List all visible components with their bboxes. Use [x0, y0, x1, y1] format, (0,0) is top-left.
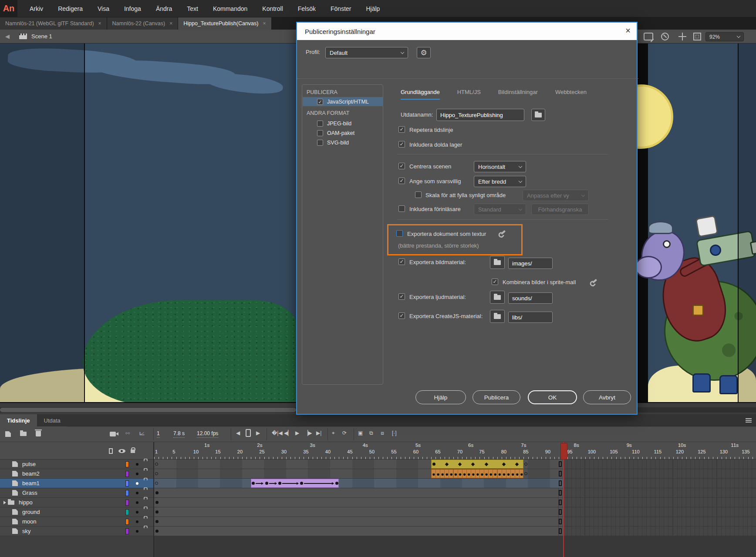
- menu-item-arkiv[interactable]: Arkiv: [30, 5, 43, 12]
- center-stage-select[interactable]: Horisontalt: [474, 161, 526, 172]
- layer-name[interactable]: beam2: [22, 470, 40, 477]
- frame-lane-Grass[interactable]: [154, 488, 756, 498]
- outline-color-swatch[interactable]: [125, 500, 129, 506]
- back-arrow-icon[interactable]: ◀: [5, 33, 10, 40]
- frame-rate-value[interactable]: 12.00 fps: [197, 430, 218, 438]
- play-icon[interactable]: ▶: [295, 430, 299, 436]
- menu-item-felsök[interactable]: Felsök: [298, 5, 316, 12]
- outline-color-swatch[interactable]: [125, 519, 129, 525]
- zoom-level-select[interactable]: 92%: [705, 32, 744, 41]
- frame-lane-sky[interactable]: [154, 527, 756, 536]
- crosshair-icon[interactable]: [678, 33, 686, 40]
- format-item-jpeg-bild[interactable]: JPEG-bild: [303, 119, 383, 128]
- dialog-tab-html-js[interactable]: HTML/JS: [457, 89, 481, 100]
- keyframe-dot[interactable]: [155, 520, 159, 523]
- frame-span[interactable]: [154, 517, 559, 526]
- outline-color-swatch[interactable]: [125, 490, 129, 496]
- keyframe-dot[interactable]: [265, 482, 268, 485]
- next-frame-icon[interactable]: ▕▶: [304, 430, 312, 436]
- format-checkbox[interactable]: [317, 121, 323, 127]
- scale-to-fill-select[interactable]: Anpassa efter vy: [523, 190, 589, 201]
- createjs-path-input[interactable]: libs/: [508, 312, 553, 323]
- wrench-icon[interactable]: [592, 280, 597, 282]
- keyframe-dot[interactable]: [155, 510, 159, 513]
- layer-row-moon[interactable]: moon: [0, 517, 154, 527]
- outline-color-swatch[interactable]: [125, 509, 129, 515]
- modify-markers-icon[interactable]: [·]: [392, 430, 397, 436]
- layer-name[interactable]: Grass: [22, 490, 37, 496]
- onion-outline-icon[interactable]: ⧉: [369, 430, 373, 436]
- close-icon[interactable]: ×: [98, 20, 101, 27]
- frame-lane-beam1[interactable]: [154, 479, 756, 488]
- visibility-dot[interactable]: [136, 511, 138, 513]
- format-item-oam-paket[interactable]: OAM-paket: [303, 128, 383, 138]
- document-tab[interactable]: Namnlös-21 (WebGL glTF Standard)×: [0, 17, 107, 30]
- dialog-title-bar[interactable]: Publiceringsinställningar ×: [297, 23, 637, 40]
- elapsed-time-value[interactable]: 7.8 s: [173, 430, 185, 438]
- layer-row-pulse[interactable]: pulse: [0, 460, 154, 469]
- menu-item-hjälp[interactable]: Hjälp: [366, 5, 380, 12]
- frame-lane-ground[interactable]: [154, 507, 756, 517]
- export-sounds-checkbox[interactable]: [398, 293, 405, 300]
- format-checkbox[interactable]: [317, 130, 323, 136]
- prev-frame-icon[interactable]: ◀▏: [284, 430, 292, 436]
- playhead-marker[interactable]: [560, 443, 567, 460]
- empty-keyframe-circle[interactable]: [524, 472, 527, 475]
- preloader-preview-button[interactable]: Förhandsgranska: [531, 204, 589, 215]
- playhead-toggle-icon[interactable]: [246, 429, 251, 437]
- frame-span[interactable]: [154, 507, 559, 517]
- empty-keyframe-circle[interactable]: [524, 463, 527, 466]
- outline-color-swatch[interactable]: [125, 461, 129, 467]
- keyframe-dot[interactable]: [155, 530, 159, 533]
- menu-item-text[interactable]: Text: [187, 5, 198, 12]
- empty-keyframe-circle[interactable]: [155, 463, 158, 466]
- images-folder-button[interactable]: [490, 256, 505, 269]
- panel-menu-icon[interactable]: [746, 418, 752, 423]
- dialog-tab-webbtecken[interactable]: Webbtecken: [555, 89, 587, 100]
- visibility-dot[interactable]: [136, 482, 138, 485]
- animate-logo-icon[interactable]: An: [0, 0, 17, 17]
- menu-item-fönster[interactable]: Fönster: [331, 5, 351, 12]
- responsive-checkbox[interactable]: [398, 178, 405, 184]
- layer-name[interactable]: moon: [22, 518, 37, 525]
- layer-name[interactable]: sky: [22, 528, 31, 534]
- horizontal-scrollbar-track[interactable]: [637, 407, 756, 413]
- clip-content-icon[interactable]: [693, 33, 701, 40]
- orange-tween-span[interactable]: [431, 469, 523, 478]
- graph-editor-icon[interactable]: 📈︎: [139, 430, 145, 436]
- frame-lane-pulse[interactable]: [154, 460, 756, 469]
- help-button[interactable]: Hjälp: [415, 390, 466, 404]
- rotate-view-icon[interactable]: [661, 33, 669, 40]
- format-item-svg-bild[interactable]: SVG-bild: [303, 138, 383, 147]
- menu-item-kontroll[interactable]: Kontroll: [262, 5, 283, 12]
- frame-span[interactable]: [154, 498, 559, 507]
- layer-parenting-icon[interactable]: ⚯: [125, 430, 130, 436]
- output-folder-button[interactable]: [531, 109, 545, 121]
- menu-item-infoga[interactable]: Infoga: [124, 5, 141, 12]
- responsive-select[interactable]: Efter bredd: [474, 176, 526, 187]
- close-icon[interactable]: ×: [625, 26, 631, 35]
- outline-column-icon[interactable]: [109, 448, 113, 454]
- format-item-javascript-html[interactable]: JavaScript/HTML: [303, 97, 383, 106]
- onion-skin-icon[interactable]: ▣: [358, 430, 363, 436]
- center-stage-checkbox[interactable]: [398, 163, 405, 169]
- include-hidden-layers-checkbox[interactable]: [398, 141, 405, 148]
- sprite-sheet-checkbox[interactable]: [492, 278, 498, 285]
- tab-utdata[interactable]: Utdata: [37, 414, 68, 426]
- close-icon[interactable]: ×: [169, 20, 172, 27]
- visibility-dot[interactable]: [136, 520, 138, 523]
- sounds-path-input[interactable]: sounds/: [508, 292, 553, 304]
- edit-symbols-icon[interactable]: [644, 33, 653, 40]
- current-frame-value[interactable]: 1: [157, 430, 160, 438]
- center-frame-icon[interactable]: ⌖: [332, 430, 335, 436]
- wrench-icon[interactable]: [501, 232, 506, 233]
- createjs-folder-button[interactable]: [490, 310, 505, 323]
- layer-row-beam2[interactable]: beam2: [0, 469, 154, 479]
- profile-select[interactable]: Default: [325, 47, 408, 58]
- frame-span[interactable]: [154, 527, 559, 536]
- menu-item-visa[interactable]: Visa: [98, 5, 109, 12]
- step-forward-icon[interactable]: ▶: [256, 430, 260, 436]
- frame-lane-hippo[interactable]: [154, 498, 756, 507]
- camera-icon[interactable]: [110, 432, 116, 436]
- visibility-column-icon[interactable]: [118, 449, 125, 453]
